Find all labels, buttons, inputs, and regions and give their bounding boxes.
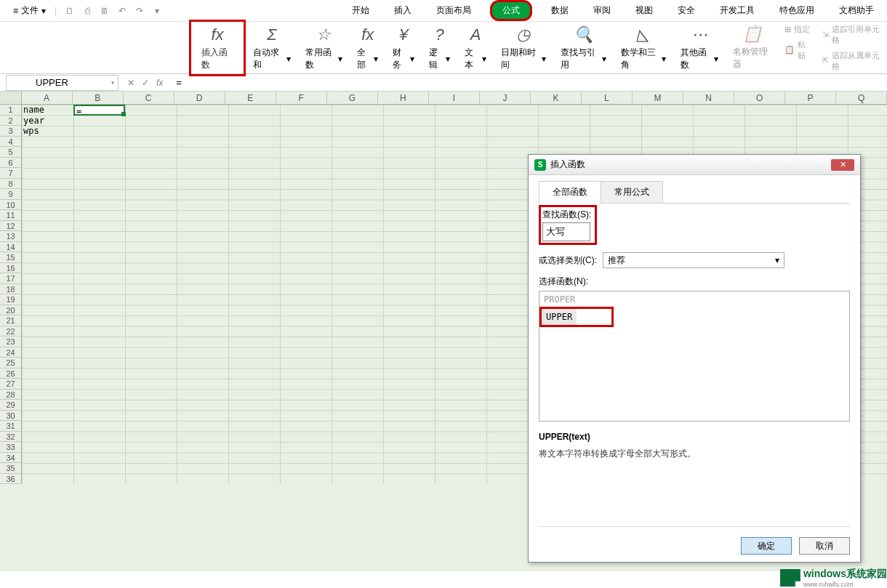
row-header[interactable]: 7 (0, 168, 21, 179)
tab-start[interactable]: 开始 (346, 1, 375, 20)
finance-fn-button[interactable]: ¥ 财务▾ (385, 25, 421, 71)
category-select[interactable]: 推荐 ▾ (603, 252, 784, 268)
row-header[interactable]: 20 (0, 305, 21, 316)
paste-button[interactable]: 📋粘贴 (784, 39, 811, 61)
row-header[interactable]: 22 (0, 326, 21, 337)
row-header[interactable]: 12 (0, 221, 21, 232)
col-header[interactable]: M (633, 92, 683, 104)
col-header[interactable]: E (225, 92, 276, 104)
row-header[interactable]: 8 (0, 179, 21, 190)
col-header[interactable]: Q (836, 92, 887, 104)
col-header[interactable]: I (429, 92, 480, 104)
tab-dev[interactable]: 开发工具 (714, 1, 760, 20)
row-header[interactable]: 15 (0, 252, 21, 263)
cell-A3[interactable]: wps (22, 126, 73, 137)
tab-special[interactable]: 特色应用 (774, 1, 820, 20)
tab-security[interactable]: 安全 (672, 1, 701, 20)
dialog-titlebar[interactable]: S 插入函数 ✕ (529, 155, 860, 175)
col-header[interactable]: N (683, 92, 734, 104)
dropdown-icon[interactable]: ▾ (151, 5, 163, 17)
row-header[interactable]: 30 (0, 411, 21, 422)
row-header[interactable]: 17 (0, 273, 21, 284)
insert-function-button[interactable]: fx 插入函数 (189, 20, 246, 76)
row-header[interactable]: 36 (0, 474, 21, 485)
col-header[interactable]: P (785, 92, 836, 104)
cell-A1[interactable]: name (22, 105, 73, 116)
datetime-fn-button[interactable]: ◷ 日期和时间▾ (494, 25, 553, 71)
fn-item-upper[interactable]: UPPER (542, 309, 577, 325)
tab-all-functions[interactable]: 全部函数 (539, 181, 601, 204)
all-fn-button[interactable]: fx 全部▾ (350, 25, 385, 71)
math-fn-button[interactable]: ◺ 数学和三角▾ (614, 25, 673, 71)
select-all-corner[interactable] (0, 92, 22, 104)
row-header[interactable]: 19 (0, 294, 21, 305)
col-header[interactable]: A (22, 92, 73, 104)
row-header[interactable]: 6 (0, 158, 21, 169)
file-menu[interactable]: ≡ 文件 ▾ (7, 4, 52, 17)
name-box[interactable]: UPPER (6, 75, 119, 91)
cancel-button[interactable]: 取消 (799, 537, 850, 555)
lookup-fn-button[interactable]: 🔍 查找与引用▾ (553, 25, 613, 71)
cell-B1-active[interactable]: = (73, 105, 125, 116)
tab-dochelp[interactable]: 文档助手 (833, 1, 880, 20)
row-header[interactable]: 29 (0, 400, 21, 411)
row-header[interactable]: 13 (0, 231, 21, 242)
formula-input[interactable]: = (172, 77, 887, 88)
accept-formula-icon[interactable]: ✓ (142, 78, 149, 88)
row-header[interactable]: 5 (0, 147, 21, 158)
undo-icon[interactable]: ↶ (116, 5, 128, 17)
tab-common-formulas[interactable]: 常用公式 (601, 181, 663, 204)
col-header[interactable]: O (734, 92, 785, 104)
row-header[interactable]: 27 (0, 379, 21, 390)
row-header[interactable]: 21 (0, 315, 21, 326)
tab-layout[interactable]: 页面布局 (430, 1, 477, 20)
row-header[interactable]: 10 (0, 200, 21, 211)
cancel-formula-icon[interactable]: ✕ (127, 78, 135, 88)
auto-sum-button[interactable]: Σ 自动求和▾ (246, 25, 297, 71)
name-manager-button[interactable]: 📋 名称管理器 (726, 24, 779, 72)
tab-review[interactable]: 审阅 (587, 1, 617, 20)
row-header[interactable]: 18 (0, 284, 21, 295)
row-header[interactable]: 24 (0, 347, 21, 358)
col-header[interactable]: C (124, 92, 174, 104)
preview-icon[interactable]: 🗎 (99, 5, 111, 17)
row-header[interactable]: 11 (0, 210, 21, 221)
fx-small-icon[interactable]: fx (156, 78, 163, 88)
logic-fn-button[interactable]: ? 逻辑▾ (422, 25, 457, 71)
row-header[interactable]: 32 (0, 432, 21, 443)
tab-insert[interactable]: 插入 (388, 1, 417, 20)
col-header[interactable]: B (73, 92, 124, 104)
row-header[interactable]: 25 (0, 358, 21, 368)
row-header[interactable]: 28 (0, 390, 21, 400)
print-icon[interactable]: ⎙ (81, 5, 93, 17)
text-fn-button[interactable]: A 文本▾ (457, 25, 493, 71)
row-header[interactable]: 9 (0, 189, 21, 200)
row-header[interactable]: 1 (0, 105, 21, 116)
col-header[interactable]: L (582, 92, 633, 104)
col-header[interactable]: K (531, 92, 582, 104)
function-list[interactable]: PROPER UPPER (539, 291, 850, 422)
row-header[interactable]: 4 (0, 137, 21, 148)
row-header[interactable]: 31 (0, 421, 21, 432)
trace-ref-button[interactable]: ⇲追踪引用单元格 (822, 24, 881, 46)
col-header[interactable]: J (480, 92, 531, 104)
fn-item-proper[interactable]: PROPER (539, 291, 849, 307)
tab-formula[interactable]: 公式 (490, 0, 532, 21)
trace-dep-button[interactable]: ⇱追踪从属单元格 (822, 50, 881, 72)
common-fn-button[interactable]: ☆ 常用函数▾ (298, 25, 350, 71)
row-header[interactable]: 14 (0, 242, 21, 253)
row-header[interactable]: 33 (0, 442, 21, 453)
row-header[interactable]: 16 (0, 263, 21, 274)
ok-button[interactable]: 确定 (741, 537, 792, 555)
tab-view[interactable]: 视图 (630, 1, 659, 20)
search-input[interactable]: 大写 (542, 222, 590, 241)
redo-icon[interactable]: ↷ (134, 5, 145, 17)
close-button[interactable]: ✕ (831, 159, 854, 171)
assign-button[interactable]: ⊞指定 (784, 24, 811, 35)
cell-A2[interactable]: year (22, 116, 73, 126)
col-header[interactable]: D (174, 92, 225, 104)
row-header[interactable]: 2 (0, 116, 21, 126)
col-header[interactable]: G (327, 92, 378, 104)
row-header[interactable]: 35 (0, 463, 21, 474)
tab-data[interactable]: 数据 (545, 1, 574, 20)
